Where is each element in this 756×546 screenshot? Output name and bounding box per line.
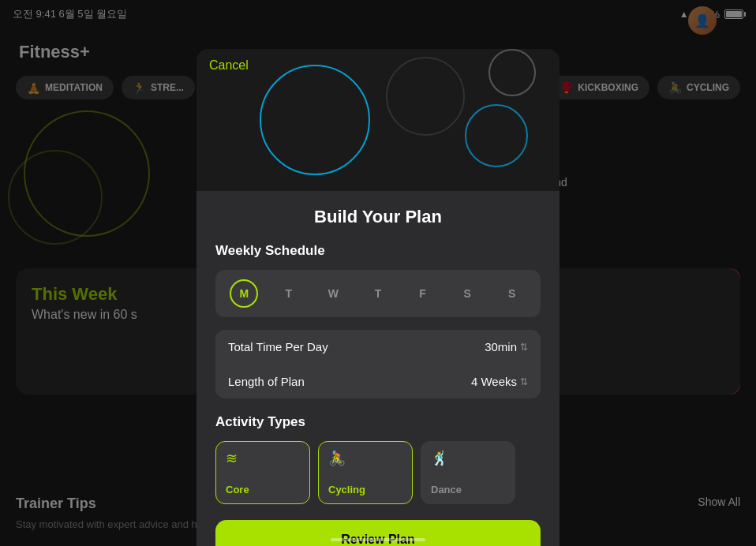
total-time-row[interactable]: Total Time Per Day 30min ⇅ <box>228 330 528 365</box>
activity-card-dance[interactable]: 🕺 Dance <box>421 441 515 504</box>
days-row: M T W T F S S <box>215 270 541 317</box>
length-of-plan-row[interactable]: Length of Plan 4 Weeks ⇅ <box>228 365 528 398</box>
length-value[interactable]: 4 Weeks ⇅ <box>471 375 528 388</box>
dance-label: Dance <box>431 484 505 496</box>
modal-circle-1 <box>260 65 370 175</box>
total-time-chevron: ⇅ <box>520 342 528 353</box>
length-chevron: ⇅ <box>520 376 528 387</box>
day-tuesday[interactable]: T <box>275 279 303 308</box>
modal-title: Build Your Plan <box>215 207 541 227</box>
cycling-activity-icon: 🚴 <box>328 450 402 467</box>
length-label: Length of Plan <box>228 375 305 388</box>
day-wednesday[interactable]: W <box>319 279 347 308</box>
modal-circle-2 <box>386 57 465 136</box>
weekly-schedule-title: Weekly Schedule <box>215 243 541 259</box>
build-your-plan-modal: Cancel Build Your Plan Weekly Schedule M… <box>196 49 560 546</box>
cycling-activity-label: Cycling <box>328 484 402 496</box>
core-label: Core <box>226 484 300 496</box>
settings-container: Total Time Per Day 30min ⇅ Length of Pla… <box>215 330 541 398</box>
review-plan-button[interactable]: Review Plan <box>215 520 541 546</box>
total-time-label: Total Time Per Day <box>228 340 328 353</box>
day-monday[interactable]: M <box>230 279 258 308</box>
dance-icon: 🕺 <box>431 450 505 467</box>
cancel-button[interactable]: Cancel <box>209 58 249 73</box>
day-saturday[interactable]: S <box>453 279 481 308</box>
activity-card-cycling[interactable]: 🚴 Cycling <box>318 441 413 504</box>
activity-types-title: Activity Types <box>215 414 541 430</box>
core-icon: ≋ <box>226 450 300 467</box>
day-sunday[interactable]: S <box>498 279 526 308</box>
total-time-value[interactable]: 30min ⇅ <box>485 340 528 353</box>
modal-header-image: Cancel <box>196 49 560 191</box>
modal-body: Build Your Plan Weekly Schedule M T W T … <box>196 207 560 504</box>
modal-circle-3 <box>465 104 528 167</box>
modal-circle-4 <box>488 49 536 96</box>
activity-types-section: Activity Types ≋ Core 🚴 Cycling 🕺 Dance <box>215 414 541 504</box>
activity-card-core[interactable]: ≋ Core <box>215 441 310 504</box>
day-friday[interactable]: F <box>409 279 437 308</box>
home-indicator <box>331 538 425 541</box>
total-time-amount: 30min <box>485 340 517 353</box>
activity-grid: ≋ Core 🚴 Cycling 🕺 Dance <box>215 441 541 504</box>
day-thursday[interactable]: T <box>364 279 392 308</box>
length-amount: 4 Weeks <box>471 375 517 388</box>
